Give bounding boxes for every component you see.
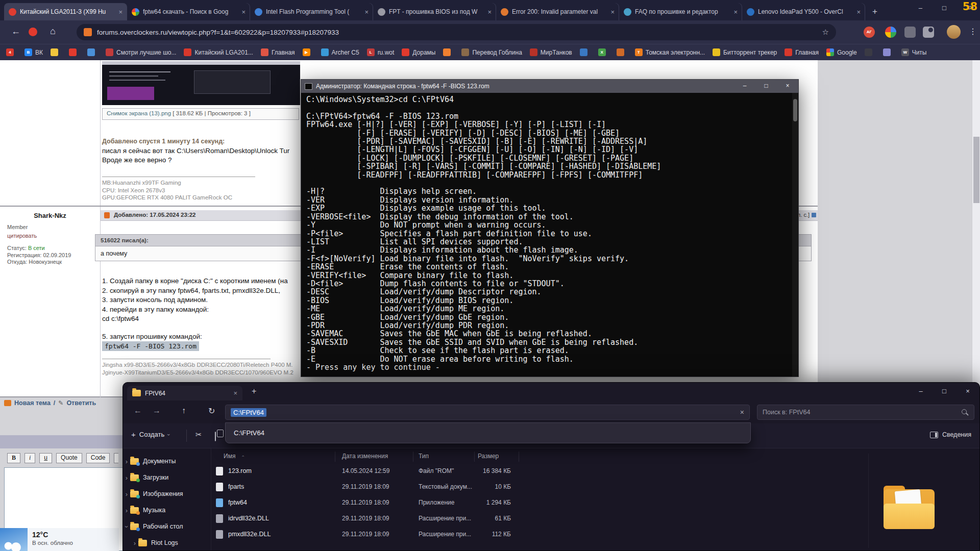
bookmark-item[interactable]: ▶ <box>303 48 313 56</box>
bookmark-item[interactable]: Главная <box>785 48 819 56</box>
home-icon[interactable]: ⌂ <box>50 26 56 37</box>
column-header-date[interactable]: Дата изменения <box>342 453 388 460</box>
explorer-back-icon[interactable]: ← <box>134 406 142 415</box>
bookmark-item[interactable]: W Читы <box>901 48 927 56</box>
bookmark-item[interactable] <box>580 48 591 56</box>
explorer-tab-close-icon[interactable]: × <box>233 389 237 397</box>
browser-tab[interactable]: fptw64 скачать - Поиск в Goog × <box>127 3 250 20</box>
explorer-address-bar[interactable]: C:\FPtV64 × <box>225 405 750 420</box>
cmd-maximize-button[interactable]: □ <box>755 80 777 93</box>
extension-icon[interactable] <box>885 27 896 38</box>
browser-minimize-button[interactable]: – <box>909 0 933 17</box>
bookmark-item[interactable]: Битторрент трекер <box>713 48 777 56</box>
italic-button[interactable]: i <box>24 453 35 463</box>
explorer-close-button[interactable]: × <box>956 383 979 400</box>
page-scrollbar-thumb[interactable] <box>973 137 979 203</box>
cmd-titlebar[interactable]: Администратор: Командная строка - fptw64… <box>301 80 798 93</box>
cmd-minimize-button[interactable]: – <box>734 80 755 93</box>
reply-link[interactable]: Ответить <box>66 399 96 407</box>
file-name[interactable]: 123.rom <box>228 467 252 474</box>
post2-author[interactable]: Shark-Nkz <box>0 212 100 219</box>
bookmark-item[interactable]: Смотри лучшие шо... <box>106 48 176 56</box>
bookmark-item[interactable] <box>51 48 61 56</box>
bold-button[interactable]: B <box>7 453 20 463</box>
browser-menu-kebab-icon[interactable]: ⋮ <box>969 27 977 36</box>
explorer-new-tab-button[interactable]: + <box>252 387 256 396</box>
tab-close-icon[interactable]: × <box>733 8 738 16</box>
cmd-close-button[interactable]: × <box>777 80 798 93</box>
cmd-scrollbar[interactable] <box>792 93 798 377</box>
new-tab-button[interactable]: + <box>868 5 881 18</box>
address-suggestion-item[interactable]: C:\FPtV64 <box>226 423 750 443</box>
code-button[interactable]: Code <box>86 453 110 463</box>
bookmark-item[interactable] <box>865 48 875 56</box>
browser-tab[interactable]: Error 200: Invalid parameter val × <box>496 3 619 20</box>
cut-icon[interactable]: ✂ <box>195 430 202 439</box>
file-row[interactable]: fptw64 29.11.2019 18:09 Приложение 1 294… <box>123 495 531 511</box>
browser-tab[interactable]: FPT - прошивка BIOS из под W × <box>373 3 496 20</box>
details-pane-button[interactable]: Сведения <box>930 431 971 438</box>
explorer-minimize-button[interactable]: – <box>909 383 933 400</box>
bookmark-item[interactable]: Главная <box>261 48 295 56</box>
new-topic-icon[interactable] <box>4 400 11 406</box>
explorer-refresh-icon[interactable]: ↻ <box>208 406 215 416</box>
bookmark-item[interactable]: T Томская электронн... <box>635 48 705 56</box>
attachment-filename-link[interactable]: Снимок экрана (13).png <box>107 110 171 116</box>
taskbar-weather-widget[interactable]: 12°C В осн. облачно <box>0 528 119 551</box>
back-icon[interactable]: ← <box>11 26 20 37</box>
bookmark-star-icon[interactable]: ☆ <box>822 28 829 37</box>
extension-icon-2[interactable] <box>904 27 916 38</box>
file-name[interactable]: fparts <box>228 483 244 490</box>
address-bar[interactable]: forums.overclockers.ru/viewtopic.php?f=1… <box>77 24 836 40</box>
search-icon[interactable] <box>961 409 969 416</box>
bookmark-item[interactable]: Archer C5 <box>321 48 359 56</box>
file-row[interactable]: 123.rom 14.05.2024 12:59 Файл "ROM" 16 3… <box>123 463 531 479</box>
column-divider[interactable] <box>519 452 519 462</box>
column-header-size[interactable]: Размер <box>478 453 499 460</box>
bookmark-item[interactable]: 4 <box>6 48 17 56</box>
bookmark-item[interactable]: B ВК <box>24 48 43 56</box>
new-item-button[interactable]: + Создать › <box>131 430 170 439</box>
bookmark-item[interactable]: X <box>598 48 609 56</box>
explorer-forward-icon[interactable]: → <box>153 406 161 415</box>
file-row[interactable]: idrvdll32e.DLL 29.11.2019 18:09 Расширен… <box>123 511 531 527</box>
column-divider[interactable] <box>335 452 335 462</box>
column-divider[interactable] <box>474 452 475 462</box>
bookmark-item[interactable]: L ru.wot <box>367 48 395 56</box>
quote-button[interactable]: Quote <box>56 453 82 463</box>
post2-command[interactable]: fptw64 -F -BIOS 123.rom <box>102 341 199 351</box>
column-header-type[interactable]: Тип <box>419 453 429 460</box>
bookmark-item[interactable]: Google <box>826 48 857 56</box>
url-text[interactable]: forums.overclockers.ru/viewtopic.php?f=1… <box>97 29 817 36</box>
file-name[interactable]: fptw64 <box>228 499 247 506</box>
explorer-up-icon[interactable]: ↑ <box>182 406 186 415</box>
file-name[interactable]: pmxdll32e.DLL <box>228 531 271 538</box>
reload-icon[interactable] <box>29 28 37 36</box>
attachment-image[interactable] <box>102 61 300 105</box>
address-clear-icon[interactable]: × <box>740 408 744 416</box>
file-row[interactable]: pmxdll32e.DLL 29.11.2019 18:09 Расширени… <box>123 527 531 542</box>
bookmark-item[interactable]: МирТанков <box>530 48 572 56</box>
explorer-search-box[interactable]: Поиск в: FPtV64 <box>757 405 974 420</box>
copy-icon[interactable] <box>215 432 216 441</box>
address-path-selected[interactable]: C:\FPtV64 <box>231 408 266 417</box>
adguard-extension-icon[interactable]: АГ <box>864 27 875 38</box>
file-row[interactable]: fparts 29.11.2019 18:09 Текстовый докум.… <box>123 479 531 495</box>
bookmark-item[interactable]: Дорамы <box>402 48 435 56</box>
tab-close-icon[interactable]: × <box>856 8 861 16</box>
tab-close-icon[interactable]: × <box>118 8 122 16</box>
explorer-maximize-button[interactable]: □ <box>933 383 956 400</box>
column-divider[interactable] <box>413 452 413 462</box>
underline-button[interactable]: u <box>39 453 52 463</box>
tab-close-icon[interactable]: × <box>364 8 369 16</box>
browser-tab[interactable]: Intel Flash Programming Tool ( × <box>250 3 373 20</box>
post-icon[interactable] <box>104 212 110 218</box>
bookmark-item[interactable] <box>883 48 894 56</box>
pm-icon[interactable] <box>812 213 816 217</box>
extensions-puzzle-icon[interactable] <box>923 27 934 38</box>
profile-avatar[interactable] <box>947 25 961 39</box>
browser-tab[interactable]: Lenovo IdeaPad Y500 - OverCl × <box>742 3 865 20</box>
browser-tab[interactable]: Китайский LGA2011-3 (X99 Hu × <box>4 3 127 20</box>
bookmark-item[interactable]: Китайский LGA201... <box>184 48 253 56</box>
post2-quote-link[interactable]: цитировать <box>7 233 37 239</box>
